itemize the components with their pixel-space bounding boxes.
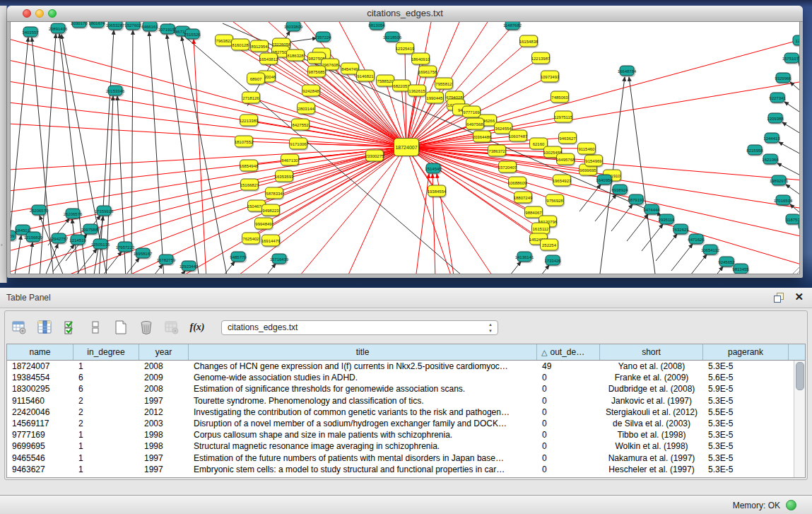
- graph-node[interactable]: 1214519: [71, 235, 86, 245]
- graph-node[interactable]: 16154838: [519, 35, 538, 47]
- graph-node[interactable]: 16353593: [275, 170, 293, 182]
- graph-node[interactable]: 12325419: [396, 42, 414, 54]
- cell-pagerank[interactable]: 5.5E-5: [703, 407, 789, 417]
- cell-in_degree[interactable]: 2: [73, 396, 139, 406]
- table-row[interactable]: 1456911722003Disruption of a novel membe…: [7, 418, 805, 429]
- cell-pagerank[interactable]: 5.9E-5: [703, 384, 789, 394]
- graph-node[interactable]: 16543812: [259, 53, 278, 65]
- table-row[interactable]: 911546021997Tourette syndrome. Phenomeno…: [7, 395, 805, 407]
- graph-node[interactable]: 10653287: [108, 21, 123, 30]
- cell-short[interactable]: Hescheler et al. (1997): [600, 465, 703, 474]
- cell-name[interactable]: 18724007: [7, 361, 73, 371]
- graph-node[interactable]: 9227341: [770, 93, 785, 103]
- graph-node[interactable]: 5878334: [265, 187, 283, 199]
- cell-short[interactable]: Yano et al. (2008): [600, 361, 703, 371]
- cell-year[interactable]: 1997: [139, 396, 189, 406]
- graph-node[interactable]: 9245652: [719, 257, 734, 267]
- cell-title[interactable]: Estimation of the future numbers of pati…: [189, 453, 537, 463]
- graph-node[interactable]: 8813054: [370, 21, 384, 30]
- cell-in_degree[interactable]: 1: [73, 441, 139, 451]
- cell-title[interactable]: Genome-wide association studies in ADHD.: [189, 373, 537, 382]
- cell-pagerank[interactable]: 5.3E-5: [703, 419, 789, 428]
- graph-node[interactable]: 9115460: [577, 143, 596, 155]
- cell-short[interactable]: Jankovic et al. (1997): [600, 396, 703, 406]
- graph-node[interactable]: 9242848: [302, 85, 320, 97]
- cell-out_de[interactable]: 0: [537, 465, 600, 474]
- graph-node[interactable]: 18107552: [235, 136, 253, 148]
- graph-node[interactable]: 26206576: [66, 209, 81, 219]
- graph-node[interactable]: 7357224: [316, 32, 331, 42]
- table-row[interactable]: 946554611997Estimation of the future num…: [7, 452, 805, 464]
- graph-node[interactable]: 6471626: [689, 234, 704, 245]
- cell-year[interactable]: 1997: [139, 465, 189, 474]
- column-header-out_de[interactable]: △out_de…: [537, 344, 600, 360]
- graph-node[interactable]: 33159: [10, 230, 16, 241]
- graph-node[interactable]: 12156829: [26, 232, 41, 243]
- graph-node[interactable]: 15166827: [240, 179, 259, 191]
- cell-pagerank[interactable]: 5.3E-5: [703, 453, 789, 463]
- graph-node[interactable]: 25206570: [32, 205, 47, 216]
- graph-node[interactable]: 7515526: [185, 29, 200, 40]
- cell-short[interactable]: Tibbo et al. (1998): [600, 430, 703, 440]
- window-titlebar[interactable]: citations_edges.txt: [7, 6, 803, 22]
- graph-node[interactable]: 252254: [540, 239, 558, 251]
- network-canvas[interactable]: 1872400779638228160128891295423226058982…: [10, 21, 800, 274]
- graph-node[interactable]: 1640954: [597, 175, 612, 185]
- cell-title[interactable]: Corpus callosum shape and size in male p…: [189, 430, 537, 440]
- graph-node[interactable]: 2803144: [297, 103, 315, 115]
- graph-node[interactable]: 18640910: [411, 53, 430, 65]
- graph-node[interactable]: 10607487: [509, 130, 527, 142]
- graph-node[interactable]: 16914479: [261, 235, 280, 247]
- graph-node[interactable]: 1244413: [765, 133, 779, 144]
- cell-year[interactable]: 2009: [139, 373, 189, 382]
- graph-node[interactable]: 10688609: [508, 177, 526, 189]
- graph-node[interactable]: 12213987: [531, 52, 550, 64]
- cell-in_degree[interactable]: 1: [73, 465, 139, 474]
- rows-icon[interactable]: [87, 319, 104, 336]
- graph-node[interactable]: 20891406: [51, 23, 66, 34]
- graph-node[interactable]: 15751074: [784, 53, 799, 64]
- graph-node[interactable]: 17957223: [118, 242, 133, 252]
- cell-out_de[interactable]: 0: [537, 430, 600, 440]
- network-view-window[interactable]: citations_edges.txt 18724007796382281601…: [7, 6, 803, 278]
- column-header-short[interactable]: short: [600, 344, 703, 360]
- cell-out_de[interactable]: 49: [537, 361, 600, 371]
- cell-short[interactable]: Dudbridge et al. (2008): [600, 384, 703, 394]
- graph-node[interactable]: 12505135: [93, 239, 108, 250]
- graph-node[interactable]: 9329966: [776, 73, 791, 83]
- column-header-pagerank[interactable]: pagerank: [703, 344, 789, 360]
- graph-node[interactable]: 12213389: [240, 115, 258, 127]
- graph-node[interactable]: 6466161: [143, 21, 158, 32]
- graph-node[interactable]: 1209388: [768, 113, 783, 124]
- table-select-dropdown[interactable]: citations_edges.txt ▲▼: [221, 320, 498, 335]
- cell-out_de[interactable]: 0: [537, 396, 600, 406]
- graph-node[interactable]: 2030170: [72, 21, 87, 28]
- cell-out_de[interactable]: 0: [537, 419, 600, 428]
- graph-node[interactable]: 18807249: [514, 192, 532, 204]
- graph-node[interactable]: 14136141: [517, 252, 532, 262]
- cell-out_de[interactable]: 0: [537, 373, 600, 382]
- column-header-title[interactable]: title: [189, 344, 537, 360]
- graph-node[interactable]: 12923448: [182, 261, 196, 271]
- cell-title[interactable]: Disruption of a novel member of a sodium…: [189, 419, 537, 428]
- graph-node[interactable]: 6497568: [466, 118, 484, 130]
- graph-node[interactable]: 8912954: [250, 40, 269, 52]
- graph-node[interactable]: 1514545: [426, 163, 441, 174]
- cell-title[interactable]: Investigating the contribution of common…: [189, 407, 537, 417]
- graph-node[interactable]: 8938924: [613, 185, 628, 195]
- graph-node[interactable]: 1733426: [546, 255, 560, 266]
- graph-node[interactable]: 16961758: [418, 66, 437, 78]
- graph-node[interactable]: 12942757: [52, 233, 66, 244]
- cell-year[interactable]: 2008: [139, 384, 189, 394]
- graph-node[interactable]: 9994849: [254, 218, 273, 230]
- graph-node[interactable]: 9756928: [546, 194, 564, 206]
- graph-node[interactable]: 7485063: [551, 91, 569, 103]
- graph-node[interactable]: 30975887: [83, 224, 98, 235]
- graph-node[interactable]: 11487682: [505, 21, 520, 30]
- table-row[interactable]: 2242004622012Investigating the contribut…: [7, 407, 805, 418]
- cell-pagerank[interactable]: 5.6E-5: [703, 373, 789, 382]
- cell-in_degree[interactable]: 2: [73, 407, 139, 417]
- cell-in_degree[interactable]: 6: [73, 384, 139, 394]
- scrollbar-thumb[interactable]: [796, 362, 804, 390]
- graph-node[interactable]: 9875685: [307, 66, 326, 78]
